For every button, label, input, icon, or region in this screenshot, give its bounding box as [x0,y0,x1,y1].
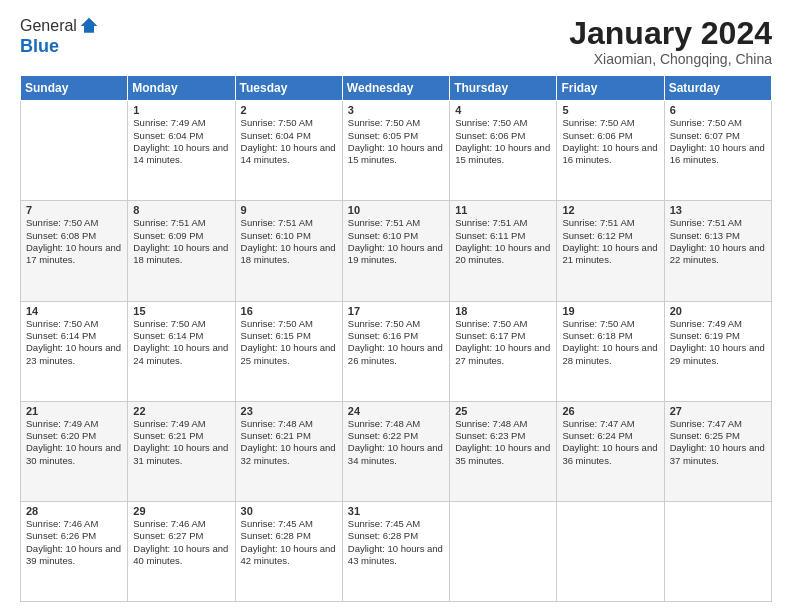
day-number: 27 [670,405,766,417]
day-info: Sunrise: 7:46 AM Sunset: 6:27 PM Dayligh… [133,518,229,567]
day-number: 17 [348,305,444,317]
header: General Blue January 2024 Xiaomian, Chon… [20,16,772,67]
calendar-cell: 1Sunrise: 7:49 AM Sunset: 6:04 PM Daylig… [128,101,235,201]
day-number: 30 [241,505,337,517]
day-number: 29 [133,505,229,517]
calendar-cell: 6Sunrise: 7:50 AM Sunset: 6:07 PM Daylig… [664,101,771,201]
day-number: 24 [348,405,444,417]
calendar-cell: 15Sunrise: 7:50 AM Sunset: 6:14 PM Dayli… [128,301,235,401]
day-info: Sunrise: 7:49 AM Sunset: 6:19 PM Dayligh… [670,318,766,367]
calendar-cell: 7Sunrise: 7:50 AM Sunset: 6:08 PM Daylig… [21,201,128,301]
month-title: January 2024 [569,16,772,51]
calendar-cell: 12Sunrise: 7:51 AM Sunset: 6:12 PM Dayli… [557,201,664,301]
calendar-table: SundayMondayTuesdayWednesdayThursdayFrid… [20,75,772,602]
day-info: Sunrise: 7:48 AM Sunset: 6:22 PM Dayligh… [348,418,444,467]
day-number: 1 [133,104,229,116]
day-info: Sunrise: 7:50 AM Sunset: 6:04 PM Dayligh… [241,117,337,166]
day-number: 25 [455,405,551,417]
calendar-week-row: 14Sunrise: 7:50 AM Sunset: 6:14 PM Dayli… [21,301,772,401]
calendar-cell: 9Sunrise: 7:51 AM Sunset: 6:10 PM Daylig… [235,201,342,301]
title-block: January 2024 Xiaomian, Chongqing, China [569,16,772,67]
day-number: 15 [133,305,229,317]
calendar-cell: 10Sunrise: 7:51 AM Sunset: 6:10 PM Dayli… [342,201,449,301]
calendar-cell: 4Sunrise: 7:50 AM Sunset: 6:06 PM Daylig… [450,101,557,201]
day-info: Sunrise: 7:45 AM Sunset: 6:28 PM Dayligh… [348,518,444,567]
day-info: Sunrise: 7:51 AM Sunset: 6:11 PM Dayligh… [455,217,551,266]
day-info: Sunrise: 7:50 AM Sunset: 6:15 PM Dayligh… [241,318,337,367]
logo: General Blue [20,16,99,57]
calendar-cell: 17Sunrise: 7:50 AM Sunset: 6:16 PM Dayli… [342,301,449,401]
day-info: Sunrise: 7:49 AM Sunset: 6:21 PM Dayligh… [133,418,229,467]
day-info: Sunrise: 7:51 AM Sunset: 6:09 PM Dayligh… [133,217,229,266]
calendar-cell: 3Sunrise: 7:50 AM Sunset: 6:05 PM Daylig… [342,101,449,201]
day-number: 21 [26,405,122,417]
day-number: 5 [562,104,658,116]
day-info: Sunrise: 7:50 AM Sunset: 6:08 PM Dayligh… [26,217,122,266]
day-info: Sunrise: 7:48 AM Sunset: 6:21 PM Dayligh… [241,418,337,467]
calendar-cell: 29Sunrise: 7:46 AM Sunset: 6:27 PM Dayli… [128,501,235,601]
day-number: 7 [26,204,122,216]
day-number: 12 [562,204,658,216]
calendar-cell: 19Sunrise: 7:50 AM Sunset: 6:18 PM Dayli… [557,301,664,401]
day-info: Sunrise: 7:47 AM Sunset: 6:24 PM Dayligh… [562,418,658,467]
day-number: 8 [133,204,229,216]
day-number: 2 [241,104,337,116]
day-number: 28 [26,505,122,517]
weekday-header-saturday: Saturday [664,76,771,101]
day-info: Sunrise: 7:49 AM Sunset: 6:04 PM Dayligh… [133,117,229,166]
day-number: 16 [241,305,337,317]
logo-icon [79,16,99,36]
calendar-cell: 13Sunrise: 7:51 AM Sunset: 6:13 PM Dayli… [664,201,771,301]
calendar-week-row: 1Sunrise: 7:49 AM Sunset: 6:04 PM Daylig… [21,101,772,201]
calendar-cell: 8Sunrise: 7:51 AM Sunset: 6:09 PM Daylig… [128,201,235,301]
day-info: Sunrise: 7:50 AM Sunset: 6:18 PM Dayligh… [562,318,658,367]
day-info: Sunrise: 7:48 AM Sunset: 6:23 PM Dayligh… [455,418,551,467]
calendar-cell: 25Sunrise: 7:48 AM Sunset: 6:23 PM Dayli… [450,401,557,501]
calendar-cell: 5Sunrise: 7:50 AM Sunset: 6:06 PM Daylig… [557,101,664,201]
day-info: Sunrise: 7:45 AM Sunset: 6:28 PM Dayligh… [241,518,337,567]
weekday-header-wednesday: Wednesday [342,76,449,101]
calendar-week-row: 7Sunrise: 7:50 AM Sunset: 6:08 PM Daylig… [21,201,772,301]
day-number: 11 [455,204,551,216]
calendar-cell: 28Sunrise: 7:46 AM Sunset: 6:26 PM Dayli… [21,501,128,601]
day-number: 22 [133,405,229,417]
logo-general-text: General [20,17,77,35]
day-info: Sunrise: 7:51 AM Sunset: 6:10 PM Dayligh… [348,217,444,266]
day-number: 19 [562,305,658,317]
calendar-cell [557,501,664,601]
day-number: 13 [670,204,766,216]
weekday-header-sunday: Sunday [21,76,128,101]
day-number: 6 [670,104,766,116]
day-number: 10 [348,204,444,216]
weekday-header-thursday: Thursday [450,76,557,101]
day-info: Sunrise: 7:47 AM Sunset: 6:25 PM Dayligh… [670,418,766,467]
day-number: 9 [241,204,337,216]
weekday-header-tuesday: Tuesday [235,76,342,101]
day-number: 3 [348,104,444,116]
calendar-cell [21,101,128,201]
weekday-header-monday: Monday [128,76,235,101]
day-info: Sunrise: 7:51 AM Sunset: 6:10 PM Dayligh… [241,217,337,266]
day-number: 23 [241,405,337,417]
calendar-cell: 23Sunrise: 7:48 AM Sunset: 6:21 PM Dayli… [235,401,342,501]
day-number: 4 [455,104,551,116]
day-info: Sunrise: 7:51 AM Sunset: 6:13 PM Dayligh… [670,217,766,266]
calendar-cell: 26Sunrise: 7:47 AM Sunset: 6:24 PM Dayli… [557,401,664,501]
calendar-cell: 16Sunrise: 7:50 AM Sunset: 6:15 PM Dayli… [235,301,342,401]
calendar-cell: 20Sunrise: 7:49 AM Sunset: 6:19 PM Dayli… [664,301,771,401]
day-info: Sunrise: 7:50 AM Sunset: 6:17 PM Dayligh… [455,318,551,367]
calendar-cell: 11Sunrise: 7:51 AM Sunset: 6:11 PM Dayli… [450,201,557,301]
calendar-cell: 24Sunrise: 7:48 AM Sunset: 6:22 PM Dayli… [342,401,449,501]
day-info: Sunrise: 7:49 AM Sunset: 6:20 PM Dayligh… [26,418,122,467]
calendar-cell [450,501,557,601]
day-number: 18 [455,305,551,317]
calendar-cell: 14Sunrise: 7:50 AM Sunset: 6:14 PM Dayli… [21,301,128,401]
day-number: 14 [26,305,122,317]
page: General Blue January 2024 Xiaomian, Chon… [0,0,792,612]
calendar-cell: 27Sunrise: 7:47 AM Sunset: 6:25 PM Dayli… [664,401,771,501]
day-info: Sunrise: 7:50 AM Sunset: 6:07 PM Dayligh… [670,117,766,166]
day-number: 20 [670,305,766,317]
subtitle: Xiaomian, Chongqing, China [569,51,772,67]
calendar-cell: 18Sunrise: 7:50 AM Sunset: 6:17 PM Dayli… [450,301,557,401]
calendar-cell: 2Sunrise: 7:50 AM Sunset: 6:04 PM Daylig… [235,101,342,201]
